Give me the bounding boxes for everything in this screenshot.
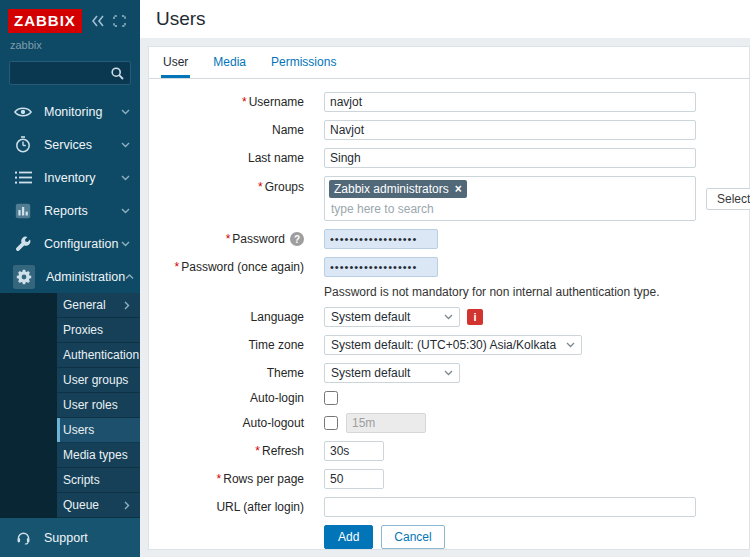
user-form: *Username Name Last name *Groups — [149, 79, 749, 549]
url-label: URL (after login) — [149, 500, 314, 514]
groups-multiselect[interactable]: Zabbix administrators × type here to sea… — [324, 176, 696, 221]
tab-media[interactable]: Media — [211, 47, 248, 78]
headset-icon — [13, 530, 33, 545]
sidebar-item-label: Administration — [46, 270, 125, 284]
theme-select[interactable]: System default — [324, 363, 460, 383]
form-actions: Add Cancel — [324, 525, 749, 549]
chevron-right-icon — [124, 301, 130, 310]
sidebar-header: ZABBIX — [0, 0, 140, 37]
url-input[interactable] — [324, 497, 696, 517]
submenu-item-user-groups[interactable]: User groups — [57, 368, 140, 393]
chevron-down-icon — [444, 314, 453, 320]
submenu-item-scripts[interactable]: Scripts — [57, 468, 140, 493]
tab-user[interactable]: User — [161, 47, 190, 78]
form-row-username: *Username — [149, 92, 749, 112]
name-label: Name — [149, 123, 314, 137]
rows-per-page-label: Rows per page — [223, 472, 304, 486]
sidebar-item-label: Reports — [44, 204, 121, 218]
password-label: Password — [232, 232, 285, 246]
submenu-item-label: Media types — [63, 448, 130, 462]
form-row-language: Language System default i — [149, 307, 749, 327]
form-row-last-name: Last name — [149, 148, 749, 168]
cancel-button[interactable]: Cancel — [381, 525, 444, 549]
chevron-right-icon — [124, 501, 130, 510]
sidebar-item-services[interactable]: Services — [0, 128, 140, 161]
zabbix-logo[interactable]: ZABBIX — [8, 9, 82, 33]
sidebar-item-inventory[interactable]: Inventory — [0, 161, 140, 194]
sidebar-item-monitoring[interactable]: Monitoring — [0, 95, 140, 128]
language-warning-icon[interactable]: i — [467, 309, 483, 325]
sidebar-item-administration[interactable]: Administration — [0, 260, 140, 293]
username-label: Username — [249, 95, 304, 109]
form-row-password-hint: Password is not mandatory for non intern… — [149, 285, 749, 299]
stopwatch-icon — [13, 136, 33, 153]
administration-submenu: General Proxies Authentication User grou… — [0, 293, 140, 518]
name-input[interactable] — [324, 120, 696, 140]
required-asterisk: * — [255, 444, 260, 458]
theme-label: Theme — [149, 366, 314, 380]
language-value: System default — [331, 310, 410, 324]
rows-per-page-input[interactable] — [324, 469, 384, 489]
submenu-item-general[interactable]: General — [57, 293, 140, 318]
submenu-item-users[interactable]: Users — [57, 418, 140, 443]
form-row-auto-logout: Auto-logout — [149, 413, 749, 433]
language-label: Language — [149, 310, 314, 324]
submenu-item-authentication[interactable]: Authentication — [57, 343, 140, 368]
remove-group-icon[interactable]: × — [455, 184, 462, 194]
chevron-down-icon — [121, 175, 130, 181]
submenu-item-label: General — [63, 298, 124, 312]
refresh-input[interactable] — [324, 441, 384, 461]
submenu-item-user-roles[interactable]: User roles — [57, 393, 140, 418]
collapse-sidebar-icon[interactable] — [91, 15, 105, 27]
password-again-label: Password (once again) — [181, 260, 304, 274]
last-name-input[interactable] — [324, 148, 696, 168]
required-asterisk: * — [242, 95, 247, 109]
last-name-label: Last name — [149, 151, 314, 165]
user-form-card: User Media Permissions *Username Name La… — [148, 46, 750, 550]
password-input[interactable] — [324, 229, 438, 249]
groups-search-placeholder[interactable]: type here to search — [329, 198, 691, 218]
required-asterisk: * — [217, 472, 222, 486]
support-link[interactable]: Support — [0, 530, 140, 557]
list-icon — [13, 171, 33, 184]
help-icon[interactable]: ? — [290, 232, 304, 246]
submenu-item-media-types[interactable]: Media types — [57, 443, 140, 468]
search-icon[interactable] — [111, 67, 130, 80]
form-row-theme: Theme System default — [149, 363, 749, 383]
group-chip: Zabbix administrators × — [329, 180, 467, 198]
sidebar-item-label: Monitoring — [44, 105, 121, 119]
page-header: Users — [140, 0, 750, 38]
auto-logout-checkbox[interactable] — [324, 416, 338, 430]
groups-select-button[interactable]: Select — [706, 188, 750, 210]
required-asterisk: * — [175, 260, 180, 274]
timezone-select[interactable]: System default: (UTC+05:30) Asia/Kolkata — [324, 335, 582, 355]
sidebar-item-reports[interactable]: Reports — [0, 194, 140, 227]
submenu-item-label: User roles — [63, 398, 130, 412]
submenu-item-queue[interactable]: Queue — [57, 493, 140, 518]
page-title: Users — [156, 8, 206, 30]
form-row-groups: *Groups Zabbix administrators × type her… — [149, 176, 749, 221]
submenu-item-label: Users — [63, 423, 130, 437]
sidebar: ZABBIX zabbix Monitoring Services Invent… — [0, 0, 140, 557]
required-asterisk: * — [226, 232, 231, 246]
form-row-rows-per-page: *Rows per page — [149, 469, 749, 489]
form-row-auto-login: Auto-login — [149, 391, 749, 405]
language-select[interactable]: System default — [324, 307, 460, 327]
hide-sidebar-icon[interactable] — [113, 15, 126, 27]
timezone-value: System default: (UTC+05:30) Asia/Kolkata — [331, 338, 556, 352]
bar-chart-icon — [13, 203, 33, 219]
sidebar-search-input[interactable] — [10, 66, 111, 80]
password-again-input[interactable] — [324, 257, 438, 277]
tab-permissions[interactable]: Permissions — [269, 47, 338, 78]
chevron-down-icon — [121, 241, 130, 247]
tab-bar: User Media Permissions — [149, 47, 749, 79]
sidebar-item-configuration[interactable]: Configuration — [0, 227, 140, 260]
password-hint: Password is not mandatory for non intern… — [324, 285, 660, 299]
username-input[interactable] — [324, 92, 696, 112]
auto-login-checkbox[interactable] — [324, 391, 338, 405]
server-name: zabbix — [0, 37, 140, 57]
add-button[interactable]: Add — [324, 525, 373, 549]
submenu-item-proxies[interactable]: Proxies — [57, 318, 140, 343]
eye-icon — [13, 105, 33, 119]
submenu-item-label: Proxies — [63, 323, 130, 337]
